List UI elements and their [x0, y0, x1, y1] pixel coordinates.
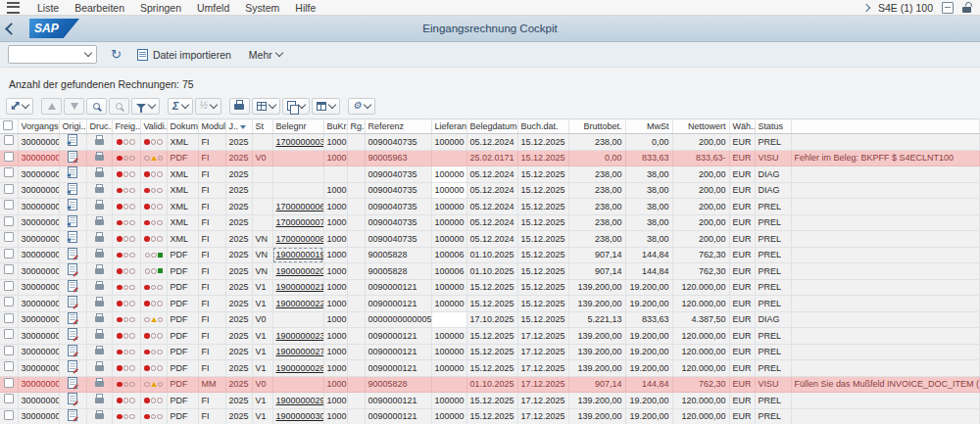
belegnr-link[interactable]: 1900000023	[276, 331, 324, 341]
col-freigabe[interactable]: Freig..	[112, 119, 140, 134]
hamburger-menu-icon[interactable]	[7, 2, 20, 14]
import-file-button[interactable]: Datei importieren	[137, 49, 231, 61]
belegnr-link[interactable]: 1900000027	[276, 347, 324, 356]
col-belegnr[interactable]: Belegnr	[272, 119, 323, 134]
total-button[interactable]: Σ	[168, 98, 193, 115]
refresh-icon[interactable]: ↻	[111, 48, 122, 61]
print-icon[interactable]	[95, 252, 104, 258]
pdf-document-icon[interactable]	[68, 393, 77, 404]
row-checkbox[interactable]	[4, 361, 14, 371]
xml-document-icon[interactable]	[68, 183, 77, 195]
row-checkbox[interactable]	[4, 281, 14, 291]
belegnr-link[interactable]: 1900000028	[276, 363, 324, 373]
xml-document-icon[interactable]	[68, 166, 77, 178]
unlock-icon[interactable]	[962, 7, 971, 13]
export-button[interactable]	[282, 98, 310, 115]
belegnr-link[interactable]: 1700000007	[276, 217, 324, 227]
col-vorgangsnummer[interactable]: Vorgangsn..	[18, 119, 59, 134]
col-belegdatum[interactable]: Belegdatum	[466, 119, 517, 134]
print-icon[interactable]	[95, 381, 104, 387]
more-button[interactable]: Mehr	[249, 49, 282, 61]
select-all-checkbox[interactable]	[3, 120, 13, 130]
row-checkbox[interactable]	[4, 297, 14, 306]
views-button[interactable]	[252, 98, 280, 115]
pdf-document-icon[interactable]	[68, 328, 77, 340]
col-rgt[interactable]: Rg.T...	[347, 119, 365, 134]
print-icon[interactable]	[95, 365, 104, 371]
row-checkbox[interactable]	[4, 249, 14, 259]
col-druck[interactable]: Druc..	[86, 119, 112, 134]
pdf-document-icon[interactable]	[68, 248, 77, 259]
print-icon[interactable]	[95, 316, 104, 322]
row-checkbox[interactable]	[4, 135, 14, 145]
print-icon[interactable]	[95, 204, 104, 210]
belegnr-link[interactable]: 1900000020	[276, 266, 324, 276]
row-checkbox[interactable]	[4, 216, 14, 226]
print-icon[interactable]	[95, 155, 104, 161]
pdf-document-icon[interactable]	[68, 360, 77, 372]
pdf-document-icon[interactable]	[68, 263, 77, 275]
belegnr-link[interactable]: 1700000008	[276, 234, 324, 244]
pdf-document-icon[interactable]	[68, 409, 77, 421]
col-bukr[interactable]: BuKr.	[323, 119, 347, 134]
row-checkbox[interactable]	[4, 410, 14, 420]
menu-system[interactable]: System	[237, 2, 287, 14]
col-original[interactable]: Origi..	[59, 119, 86, 134]
row-checkbox[interactable]	[4, 184, 14, 194]
menu-bearbeiten[interactable]: Bearbeiten	[67, 2, 132, 14]
row-checkbox[interactable]	[4, 378, 14, 388]
row-checkbox[interactable]	[4, 329, 14, 339]
print-icon[interactable]	[95, 187, 104, 193]
row-checkbox[interactable]	[4, 200, 14, 210]
col-nettowert[interactable]: Nettowert	[672, 119, 729, 134]
row-checkbox[interactable]	[4, 167, 14, 177]
menu-liste[interactable]: Liste	[29, 2, 67, 14]
menu-hilfe[interactable]: Hilfe	[287, 2, 323, 14]
details-button[interactable]	[6, 98, 33, 115]
print-icon[interactable]	[95, 333, 104, 339]
filter-button[interactable]	[131, 98, 160, 115]
pdf-document-icon[interactable]	[68, 296, 77, 307]
col-waehrung[interactable]: Wäh..	[729, 119, 755, 134]
print-icon[interactable]	[95, 398, 104, 403]
belegnr-link[interactable]: 1900000022	[276, 299, 324, 308]
print-icon[interactable]	[95, 284, 104, 290]
col-bruttobetrag[interactable]: Bruttobet.	[568, 119, 625, 134]
col-st[interactable]: St	[252, 119, 272, 134]
row-checkbox[interactable]	[4, 394, 14, 403]
belegnr-link[interactable]: 1900000029	[276, 396, 324, 405]
expand-chevron-icon[interactable]	[862, 3, 870, 11]
pdf-document-icon[interactable]	[68, 377, 77, 389]
print-icon[interactable]	[95, 349, 104, 354]
xml-document-icon[interactable]	[68, 134, 77, 146]
row-checkbox[interactable]	[4, 346, 14, 355]
window-box-icon[interactable]	[942, 2, 954, 14]
layout-button[interactable]	[312, 98, 340, 115]
pdf-document-icon[interactable]	[68, 151, 77, 163]
print-icon[interactable]	[95, 268, 104, 274]
lieferant-cell[interactable]: 100000	[431, 166, 466, 183]
xml-document-icon[interactable]	[68, 231, 77, 243]
print-icon[interactable]	[95, 171, 104, 177]
print-button[interactable]	[229, 98, 250, 115]
col-lieferant[interactable]: Lieferant	[431, 119, 466, 134]
pdf-document-icon[interactable]	[68, 312, 77, 324]
row-checkbox[interactable]	[4, 264, 14, 274]
menu-springen[interactable]: Springen	[132, 2, 189, 14]
col-referenz[interactable]: Referenz	[365, 119, 431, 134]
col-jahr[interactable]: J..	[225, 119, 252, 134]
print-icon[interactable]	[95, 236, 104, 242]
pdf-document-icon[interactable]	[68, 280, 77, 292]
belegnr-link[interactable]: 1900000030	[276, 411, 324, 421]
col-mwst[interactable]: MwSt	[625, 119, 672, 134]
belegnr-link[interactable]: 1900000019	[276, 250, 324, 259]
print-icon[interactable]	[95, 139, 104, 145]
col-modul[interactable]: Modul	[198, 119, 225, 134]
menu-umfeld[interactable]: Umfeld	[189, 2, 237, 14]
print-icon[interactable]	[95, 413, 104, 419]
command-field[interactable]	[8, 45, 97, 64]
settings-button[interactable]: ⚙	[348, 98, 375, 115]
print-icon[interactable]	[95, 219, 104, 225]
col-buchdat[interactable]: Buch.dat.	[517, 119, 568, 134]
col-status[interactable]: Status	[755, 119, 791, 134]
